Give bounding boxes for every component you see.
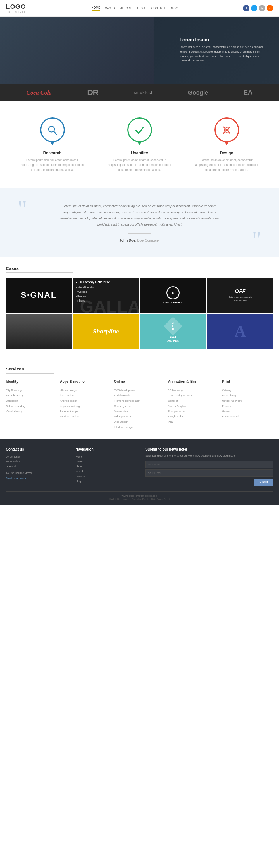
logo: LOGO FREESTYLE xyxy=(6,3,27,13)
footer-newsletter-title: Submit to our news letter xyxy=(145,447,273,452)
footer-url: www.heritagechristian college.com xyxy=(6,495,273,497)
list-item: Storyboarding xyxy=(168,414,219,419)
awards-label: 2012AWARDS xyxy=(167,335,179,342)
footer-nav-contact[interactable]: Contact xyxy=(76,474,140,479)
list-item: City Branding xyxy=(6,388,57,393)
facebook-icon[interactable]: f xyxy=(243,5,249,11)
design-title: Design xyxy=(194,151,259,155)
footer-nav-list: Home Cases About Metod Contact Blog xyxy=(76,454,140,485)
list-item: Viral xyxy=(168,419,219,425)
feature-design: Design Lorem ipsum dolor sit amet, conse… xyxy=(194,118,259,173)
case-sharpline[interactable]: Sharpline xyxy=(73,314,139,349)
footer-contact: Contact us Lorem Ipsum 8000 Aarhus Denma… xyxy=(6,447,70,486)
list-item: Business cards xyxy=(222,414,273,419)
footer-nav-blog[interactable]: Blog xyxy=(76,479,140,484)
list-item: 3D Modeling xyxy=(168,388,219,393)
nav-blog[interactable]: BLOG xyxy=(170,7,178,10)
services-grid: Identity City Branding Event branding Ca… xyxy=(6,379,273,430)
usability-icon xyxy=(127,118,152,142)
service-print-list: Catalog Letter design Outdoor & events P… xyxy=(222,388,273,419)
design-tools-icon xyxy=(221,124,232,135)
svg-line-1 xyxy=(54,131,57,134)
list-item: Games xyxy=(222,409,273,414)
footer-nav: Navigation Home Cases About Metod Contac… xyxy=(76,447,140,486)
footer-copyright: © All rights reserved - Freestyle Freebi… xyxy=(6,498,273,500)
testimonial-author: John Doe, Doe Company xyxy=(23,239,256,243)
nav-metode[interactable]: METODE xyxy=(119,7,132,10)
service-apps-list: iPhone design iPad design Android design… xyxy=(60,388,111,419)
case-signal[interactable]: S·GNAL xyxy=(6,278,72,313)
list-item: Interface design xyxy=(114,425,165,430)
service-apps: Apps & mobile iPhone design iPad design … xyxy=(60,379,111,430)
list-item: Catalog xyxy=(222,388,273,393)
case-dark-face[interactable] xyxy=(6,314,72,349)
list-item: Visual identity xyxy=(6,409,57,414)
services-title: Services xyxy=(6,366,273,371)
features-section: Research Lorem ipsum dolor sit amet, con… xyxy=(0,101,279,188)
quote-open: " xyxy=(18,197,27,221)
footer-bottom: www.heritagechristian college.com © All … xyxy=(6,491,273,500)
service-online-title: Online xyxy=(114,379,165,385)
list-item: Motion Graphics xyxy=(168,403,219,409)
signal-logo: S·GNAL xyxy=(21,290,57,300)
case-awards[interactable]: ZLU 2012AWARDS xyxy=(140,314,206,349)
rss-icon[interactable]: r xyxy=(267,5,273,11)
list-item: Letter design xyxy=(222,393,273,398)
case-blue-a[interactable]: A xyxy=(207,314,274,349)
quote-close: " xyxy=(252,228,261,251)
list-item: Concept xyxy=(168,398,219,403)
list-item: Culture branding xyxy=(6,403,57,409)
nav-cases[interactable]: CASES xyxy=(105,7,115,10)
case-off[interactable]: OFF Odense InternationaleFilm Festival xyxy=(207,278,274,313)
footer-newsletter: Submit to our news letter Submit and get… xyxy=(145,447,273,486)
case-pumpehuset[interactable]: P PUMPEHUSET xyxy=(140,278,206,313)
services-divider xyxy=(6,373,273,374)
list-item: Mobile sites xyxy=(114,409,165,414)
hero-image xyxy=(0,17,154,84)
feature-usability: Usability Lorem ipsum dolor sit amet, co… xyxy=(107,118,172,173)
footer-contact-title: Contact us xyxy=(6,447,70,452)
footer-nav-title: Navigation xyxy=(76,447,140,452)
service-animation: Animation & film 3D Modeling Compositing… xyxy=(168,379,219,430)
usability-title: Usability xyxy=(107,151,172,155)
nav-contact[interactable]: CONTACT xyxy=(151,7,166,10)
check-icon xyxy=(134,124,145,135)
off-logo: OFF Odense InternationaleFilm Festival xyxy=(229,287,252,302)
client-google: Google xyxy=(188,89,208,96)
list-item: CMS development xyxy=(114,388,165,393)
email-icon[interactable]: @ xyxy=(259,5,265,11)
footer-address: Lorem Ipsum 8000 Aarhus Denmark xyxy=(6,454,70,469)
service-animation-title: Animation & film xyxy=(168,379,219,385)
footer-email-link[interactable]: Send us an e-mail xyxy=(6,476,70,481)
hero-text: Lorem ipsum dolor sit amet, consectetur … xyxy=(179,45,264,63)
list-item: Interface design xyxy=(60,414,111,419)
footer-nav-home[interactable]: Home xyxy=(76,454,140,459)
social-icons: f t @ r xyxy=(243,5,273,11)
sharpline-label: Sharpline xyxy=(93,328,119,335)
newsletter-name-input[interactable] xyxy=(145,461,273,468)
cases-grid: S·GNAL GALLA Zulu Comedy Galla 2012 - Vi… xyxy=(6,278,273,349)
logo-text: LOGO xyxy=(6,3,27,10)
list-item: Campaign xyxy=(6,398,57,403)
twitter-icon[interactable]: t xyxy=(251,5,257,11)
footer-nav-about[interactable]: About xyxy=(76,464,140,469)
newsletter-submit-button[interactable]: Submit xyxy=(254,479,273,486)
case-zulu[interactable]: GALLA Zulu Comedy Galla 2012 - Visual id… xyxy=(73,278,139,313)
design-icon xyxy=(214,118,239,142)
features-grid: Research Lorem ipsum dolor sit amet, con… xyxy=(12,118,267,173)
service-online-list: CMS development Sociale media Frontend d… xyxy=(114,388,165,430)
service-print: Print Catalog Letter design Outdoor & ev… xyxy=(222,379,273,430)
newsletter-email-input[interactable] xyxy=(145,469,273,476)
list-item: Frontend development xyxy=(114,398,165,403)
list-item: Facebook Apps xyxy=(60,409,111,414)
list-item: - Flyers xyxy=(76,299,136,303)
list-item: - Visual identity xyxy=(76,285,136,290)
nav-home[interactable]: HOME xyxy=(91,6,100,10)
footer-nav-metod[interactable]: Metod xyxy=(76,469,140,474)
logo-subtext: FREESTYLE xyxy=(6,10,27,13)
nav-about[interactable]: ABOUT xyxy=(137,7,146,10)
list-item: Web Design xyxy=(114,419,165,425)
awards-diamond: ZLU xyxy=(164,317,183,336)
footer-nav-cases[interactable]: Cases xyxy=(76,459,140,464)
service-online: Online CMS development Sociale media Fro… xyxy=(114,379,165,430)
